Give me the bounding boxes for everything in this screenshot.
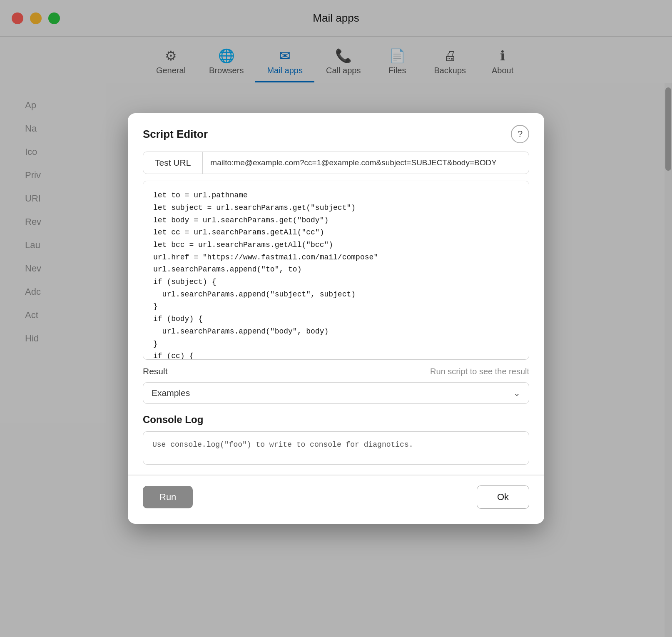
result-label: Result	[143, 366, 168, 376]
modal-header: Script Editor ?	[128, 113, 544, 152]
chevron-down-icon: ⌄	[513, 388, 520, 398]
examples-dropdown[interactable]: Examples ⌄	[143, 382, 529, 404]
code-editor[interactable]: let to = url.pathname let subject = url.…	[143, 181, 529, 360]
ok-button[interactable]: Ok	[477, 485, 529, 509]
modal-title: Script Editor	[143, 128, 208, 141]
result-bar: Result Run script to see the result	[128, 366, 544, 382]
help-button[interactable]: ?	[511, 125, 529, 143]
modal-overlay: Script Editor ? Test URL mailto:me@examp…	[0, 0, 672, 637]
console-log-section: Console Log Use console.log("foo") to wr…	[128, 414, 544, 475]
modal-footer: Run Ok	[128, 485, 544, 524]
console-log-box: Use console.log("foo") to write to conso…	[143, 431, 529, 465]
examples-label: Examples	[152, 388, 190, 398]
divider	[128, 475, 544, 475]
script-editor-modal: Script Editor ? Test URL mailto:me@examp…	[128, 113, 544, 524]
test-url-label: Test URL	[143, 152, 203, 174]
result-hint: Run script to see the result	[430, 367, 529, 376]
run-button[interactable]: Run	[143, 486, 193, 508]
test-url-value[interactable]: mailto:me@example.com?cc=1@example.com&s…	[203, 158, 529, 167]
console-log-title: Console Log	[143, 414, 529, 425]
console-log-hint: Use console.log("foo") to write to conso…	[152, 440, 413, 449]
code-content[interactable]: let to = url.pathname let subject = url.…	[153, 189, 519, 360]
test-url-bar: Test URL mailto:me@example.com?cc=1@exam…	[143, 152, 529, 174]
